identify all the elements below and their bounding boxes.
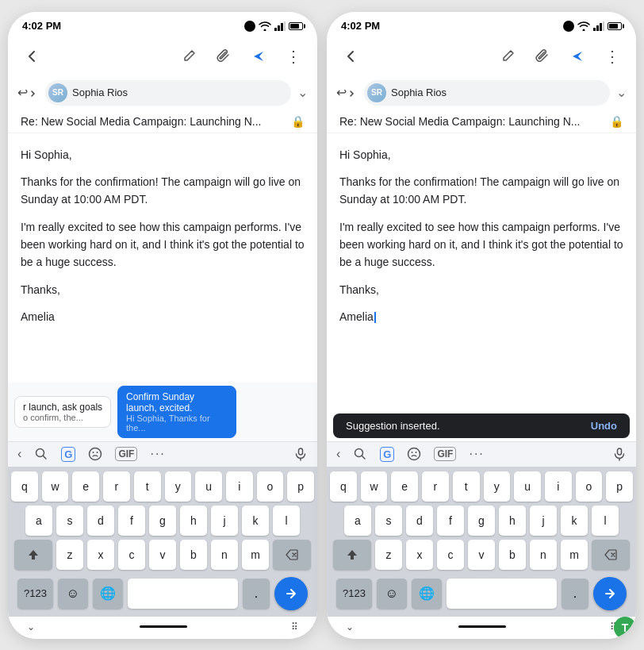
key-globe-left[interactable]: 🌐 xyxy=(93,579,123,609)
key-emoji-left[interactable]: ☺ xyxy=(58,579,88,609)
key-s-right[interactable]: s xyxy=(375,506,402,536)
key-w-right[interactable]: w xyxy=(361,471,388,502)
reply-button-left[interactable]: ↩ xyxy=(17,85,39,100)
key-space-left[interactable] xyxy=(128,579,238,609)
kb-translate-left[interactable]: G xyxy=(61,447,75,462)
edit-button-right[interactable] xyxy=(493,42,522,71)
kb-sticker-left[interactable] xyxy=(88,447,102,461)
recipient-chip-right[interactable]: SR Sophia Rios xyxy=(364,80,610,106)
kb-mic-left[interactable] xyxy=(293,447,308,461)
key-num-left[interactable]: ?123 xyxy=(17,579,53,609)
attach-button-right[interactable] xyxy=(528,42,557,71)
key-e-right[interactable]: e xyxy=(391,471,418,502)
email-body-right[interactable]: Hi Sophia, Thanks for the confirmation! … xyxy=(327,133,636,410)
key-l-left[interactable]: l xyxy=(273,506,300,536)
key-backspace-right[interactable] xyxy=(592,540,630,570)
key-r-left[interactable]: r xyxy=(103,471,130,502)
key-b-left[interactable]: b xyxy=(180,540,207,570)
key-backspace-left[interactable] xyxy=(273,540,311,570)
key-v-right[interactable]: v xyxy=(468,540,495,570)
suggestion-chip-1-left[interactable]: r launch, ask goals o confirm, the... xyxy=(14,396,111,428)
kb-search-left[interactable] xyxy=(34,447,48,461)
key-x-right[interactable]: x xyxy=(406,540,433,570)
back-button-left[interactable] xyxy=(17,42,46,71)
key-y-left[interactable]: y xyxy=(165,471,192,502)
suggestion-chip-2-left[interactable]: Confirm Sunday launch, excited. Hi Sophi… xyxy=(117,386,236,438)
recipient-chip-left[interactable]: SR Sophia Rios xyxy=(45,80,291,106)
key-k-right[interactable]: k xyxy=(561,506,588,536)
key-period-left[interactable]: . xyxy=(243,579,270,609)
key-x-left[interactable]: x xyxy=(87,540,114,570)
expand-button-right[interactable]: ⌄ xyxy=(616,85,627,100)
key-n-right[interactable]: n xyxy=(530,540,557,570)
kb-more-left[interactable]: ··· xyxy=(150,447,165,461)
key-u-right[interactable]: u xyxy=(514,471,541,502)
reply-button-right[interactable]: ↩ xyxy=(336,85,358,100)
key-r-right[interactable]: r xyxy=(422,471,449,502)
nav-dots-left[interactable]: ⠿ xyxy=(291,621,298,633)
key-k-left[interactable]: k xyxy=(242,506,269,536)
back-button-right[interactable] xyxy=(336,42,365,71)
kb-back-right[interactable]: ‹ xyxy=(336,447,340,461)
key-t-left[interactable]: t xyxy=(134,471,161,502)
key-p-right[interactable]: p xyxy=(606,471,633,502)
key-f-left[interactable]: f xyxy=(118,506,145,536)
key-a-right[interactable]: a xyxy=(344,506,371,536)
key-h-left[interactable]: h xyxy=(180,506,207,536)
key-d-left[interactable]: d xyxy=(87,506,114,536)
key-y-right[interactable]: y xyxy=(484,471,511,502)
key-q-left[interactable]: q xyxy=(11,471,38,502)
key-i-left[interactable]: i xyxy=(226,471,253,502)
key-l-right[interactable]: l xyxy=(592,506,619,536)
nav-back-pill-right[interactable]: ⌄ xyxy=(346,621,354,633)
key-d-right[interactable]: d xyxy=(406,506,433,536)
kb-translate-right[interactable]: G xyxy=(380,447,394,462)
key-i-right[interactable]: i xyxy=(545,471,572,502)
key-z-left[interactable]: z xyxy=(56,540,83,570)
key-b-right[interactable]: b xyxy=(499,540,526,570)
key-s-left[interactable]: s xyxy=(56,506,83,536)
key-n-left[interactable]: n xyxy=(211,540,238,570)
snackbar-undo-right[interactable]: Undo xyxy=(591,420,617,432)
kb-mic-right[interactable] xyxy=(612,447,627,461)
send-button-left[interactable] xyxy=(244,42,273,71)
key-emoji-right[interactable]: ☺ xyxy=(377,579,407,609)
key-shift-right[interactable] xyxy=(333,540,371,570)
nav-back-pill-left[interactable]: ⌄ xyxy=(27,621,35,633)
key-a-left[interactable]: a xyxy=(25,506,52,536)
key-o-left[interactable]: o xyxy=(257,471,284,502)
key-shift-left[interactable] xyxy=(14,540,52,570)
key-c-left[interactable]: c xyxy=(118,540,145,570)
key-space-right[interactable] xyxy=(447,579,557,609)
key-f-right[interactable]: f xyxy=(437,506,464,536)
key-h-right[interactable]: h xyxy=(499,506,526,536)
kb-sticker-right[interactable] xyxy=(407,447,421,461)
key-j-left[interactable]: j xyxy=(211,506,238,536)
key-q-right[interactable]: q xyxy=(330,471,357,502)
key-m-left[interactable]: m xyxy=(242,540,269,570)
key-c-right[interactable]: c xyxy=(437,540,464,570)
kb-search-right[interactable] xyxy=(353,447,367,461)
kb-more-right[interactable]: ··· xyxy=(469,447,484,461)
key-z-right[interactable]: z xyxy=(375,540,402,570)
key-o-right[interactable]: o xyxy=(576,471,603,502)
key-enter-left[interactable] xyxy=(274,577,308,610)
kb-gif-right[interactable]: GIF xyxy=(434,447,456,461)
email-body-left[interactable]: Hi Sophia, Thanks for the confirmation! … xyxy=(8,133,317,383)
key-w-left[interactable]: w xyxy=(42,471,69,502)
key-g-right[interactable]: g xyxy=(468,506,495,536)
key-num-right[interactable]: ?123 xyxy=(336,579,372,609)
send-button-right[interactable] xyxy=(563,42,592,71)
kb-back-left[interactable]: ‹ xyxy=(17,447,21,461)
key-j-right[interactable]: j xyxy=(530,506,557,536)
key-v-left[interactable]: v xyxy=(149,540,176,570)
key-g-left[interactable]: g xyxy=(149,506,176,536)
expand-button-left[interactable]: ⌄ xyxy=(297,85,308,100)
kb-gif-left[interactable]: GIF xyxy=(115,447,137,461)
key-m-right[interactable]: m xyxy=(561,540,588,570)
key-period-right[interactable]: . xyxy=(562,579,588,609)
key-e-left[interactable]: e xyxy=(72,471,99,502)
key-globe-right[interactable]: 🌐 xyxy=(412,579,442,609)
edit-button-left[interactable] xyxy=(174,42,203,71)
key-enter-right[interactable] xyxy=(593,577,627,610)
